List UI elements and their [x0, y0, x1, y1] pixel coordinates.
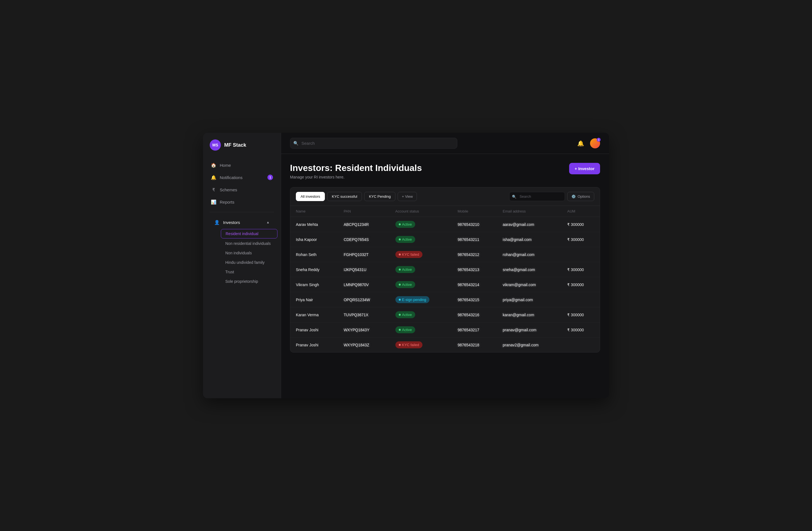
status-badge: E-sign pending: [395, 296, 430, 303]
bell-icon: 🔔: [211, 175, 216, 180]
cell-pan: CDEPQ7654S: [338, 232, 390, 247]
options-label: Options: [578, 195, 590, 199]
user-avatar[interactable]: 1: [590, 138, 600, 148]
cell-status: Active: [390, 322, 452, 338]
investors-section: 👤 Investors ▲ Resident individual Non re…: [206, 217, 277, 287]
col-aum: AUM: [562, 206, 600, 217]
header-bell-icon[interactable]: 🔔: [576, 138, 585, 148]
sidebar-divider: [210, 212, 274, 212]
cell-aum: ₹ 300000: [562, 262, 600, 277]
sidebar-nav: 🏠 Home 🔔 Notifications 1 ₹ Schemes 📊 Rep…: [203, 159, 281, 287]
page-title: Investors: Resident Individuals: [290, 163, 422, 173]
table-row[interactable]: Pranav JoshiWXYPQ1843ZKYC failed98765432…: [290, 338, 600, 353]
cell-mobile: 9876543218: [452, 338, 497, 353]
cell-name: Pranav Joshi: [290, 338, 338, 353]
options-button[interactable]: ⚙️ Options: [567, 192, 594, 201]
status-badge: Active: [395, 326, 415, 333]
filter-kyc-pending[interactable]: KYC Pending: [364, 192, 395, 201]
sidebar-item-non-residential[interactable]: Non residential individuals: [221, 239, 277, 248]
cell-pan: FGHPQ1032T: [338, 247, 390, 262]
sidebar-item-non-individuals[interactable]: Non individuals: [221, 248, 277, 257]
toolbar-search-input[interactable]: [509, 192, 565, 201]
table-card: All investors KYC successful KYC Pending…: [290, 187, 600, 353]
status-dot: [399, 329, 401, 331]
cell-email: priya@gmail.com: [497, 292, 562, 307]
investors-icon: 👤: [214, 219, 220, 225]
sidebar-item-notifications[interactable]: 🔔 Notifications 1: [206, 172, 277, 183]
home-icon: 🏠: [211, 162, 216, 168]
sidebar-item-home[interactable]: 🏠 Home: [206, 159, 277, 171]
cell-mobile: 9876543210: [452, 217, 497, 232]
cell-pan: TUVPQ3671X: [338, 307, 390, 322]
cell-aum: [562, 247, 600, 262]
cell-mobile: 9876543211: [452, 232, 497, 247]
cell-name: Karan Verma: [290, 307, 338, 322]
table-row[interactable]: Isha KapoorCDEPQ7654SActive9876543211ish…: [290, 232, 600, 247]
col-mobile: Mobile: [452, 206, 497, 217]
sidebar-item-investors[interactable]: 👤 Investors ▲: [210, 217, 274, 228]
user-badge: 1: [597, 138, 600, 142]
cell-email: pranav2@gmail.com: [497, 338, 562, 353]
toolbar-search: 🔍: [509, 192, 565, 201]
table-body: Aarav MehtaABCPQ1234RActive9876543210aar…: [290, 217, 600, 353]
status-badge: Active: [395, 311, 415, 318]
cell-pan: OPQRS1234W: [338, 292, 390, 307]
search-input[interactable]: [290, 138, 457, 149]
rupee-icon: ₹: [211, 187, 216, 192]
cell-name: Isha Kapoor: [290, 232, 338, 247]
sidebar-item-trust[interactable]: Trust: [221, 268, 277, 276]
sidebar-item-schemes[interactable]: ₹ Schemes: [206, 184, 277, 195]
table-row[interactable]: Pranav JoshiWXYPQ1843YActive9876543217pr…: [290, 322, 600, 338]
status-dot: [399, 284, 401, 286]
cell-mobile: 9876543213: [452, 262, 497, 277]
logo-text: MF Stack: [224, 142, 246, 148]
status-dot: [399, 344, 401, 346]
status-dot: [399, 239, 401, 240]
view-button[interactable]: + View: [397, 192, 417, 201]
chevron-up-icon: ▲: [266, 220, 270, 224]
page-body: Investors: Resident Individuals Manage y…: [281, 154, 609, 398]
table-row[interactable]: Sneha ReddyIJKPQ5431UActive9876543213sne…: [290, 262, 600, 277]
cell-status: Active: [390, 232, 452, 247]
cell-mobile: 9876543216: [452, 307, 497, 322]
filter-kyc-successful[interactable]: KYC successful: [327, 192, 362, 201]
sidebar-item-reports[interactable]: 📊 Reports: [206, 196, 277, 207]
sidebar-item-hindu-undivided[interactable]: Hindu undivided family: [221, 258, 277, 267]
cell-mobile: 9876543212: [452, 247, 497, 262]
cell-mobile: 9876543217: [452, 322, 497, 338]
cell-status: Active: [390, 307, 452, 322]
cell-name: Aarav Mehta: [290, 217, 338, 232]
cell-aum: ₹ 300000: [562, 217, 600, 232]
filter-all-investors[interactable]: All investors: [296, 192, 325, 201]
table-row[interactable]: Rohan SethFGHPQ1032TKYC failed9876543212…: [290, 247, 600, 262]
cell-aum: [562, 338, 600, 353]
investors-label: Investors: [223, 220, 240, 225]
table-row[interactable]: Karan VermaTUVPQ3671XActive9876543216kar…: [290, 307, 600, 322]
cell-email: rohan@gmail.com: [497, 247, 562, 262]
page-header: Investors: Resident Individuals Manage y…: [290, 163, 600, 179]
sidebar-item-label: Notifications: [220, 175, 243, 180]
table-row[interactable]: Priya NairOPQRS1234WE-sign pending987654…: [290, 292, 600, 307]
status-dot: [399, 224, 401, 225]
cell-email: isha@gmail.com: [497, 232, 562, 247]
chart-icon: 📊: [211, 199, 216, 205]
sidebar-item-resident-individual[interactable]: Resident individual: [221, 229, 277, 239]
cell-pan: WXYPQ1843Y: [338, 322, 390, 338]
cell-mobile: 9876543215: [452, 292, 497, 307]
header-actions: 🔔 1: [576, 138, 600, 148]
table-toolbar: All investors KYC successful KYC Pending…: [290, 187, 600, 206]
table-row[interactable]: Vikram SinghLMNPQ9870VActive9876543214vi…: [290, 277, 600, 292]
cell-email: vikram@gmail.com: [497, 277, 562, 292]
table-header-row: Name PAN Account status Mobile Email add…: [290, 206, 600, 217]
add-investor-button[interactable]: + Investor: [569, 163, 600, 174]
sidebar-item-label: Home: [220, 163, 231, 168]
sidebar-item-label: Schemes: [220, 187, 237, 192]
cell-aum: ₹ 300000: [562, 307, 600, 322]
cell-aum: ₹ 300000: [562, 277, 600, 292]
sidebar-item-sole-proprietorship[interactable]: Sole proprietorship: [221, 277, 277, 286]
cell-mobile: 9876543214: [452, 277, 497, 292]
cell-status: Active: [390, 277, 452, 292]
cell-name: Vikram Singh: [290, 277, 338, 292]
cell-email: sneha@gmail.com: [497, 262, 562, 277]
table-row[interactable]: Aarav MehtaABCPQ1234RActive9876543210aar…: [290, 217, 600, 232]
